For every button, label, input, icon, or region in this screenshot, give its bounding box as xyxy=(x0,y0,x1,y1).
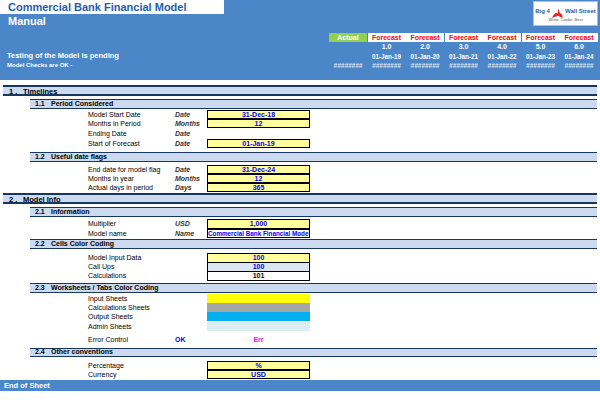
subsection-header-useful-date-flags: 1.2 Useful date flags xyxy=(30,152,597,162)
period-date-row: 01-Jan-19 01-Jan-20 01-Jan-21 01-Jan-22 … xyxy=(329,52,599,62)
calculations-sheets-color-swatch xyxy=(207,303,310,312)
period-date: 01-Jan-22 xyxy=(483,52,521,62)
table-row: Model name Name Commercial Bank Financia… xyxy=(0,229,600,239)
hash-cell: ######## xyxy=(329,61,367,71)
input-cell[interactable]: 12 xyxy=(207,119,310,129)
table-row: Start of Forecast Date 01-Jan-19 xyxy=(0,139,600,149)
input-cell[interactable]: 1,000 xyxy=(207,219,310,229)
forecast-column-header: Forecast xyxy=(445,33,483,43)
red-eagle-icon xyxy=(551,5,564,16)
subsection-header-period-considered: 1.1 Period Considered xyxy=(30,99,597,109)
model-name-cell[interactable]: Commercial Bank Financial Model xyxy=(207,229,310,239)
table-row: Currency USD xyxy=(0,370,600,380)
row-unit: Name xyxy=(175,229,194,239)
error-control-row: Error Control OK Err xyxy=(0,335,600,345)
hash-cell: ######## xyxy=(445,61,483,71)
subsection-number: 2.1 xyxy=(35,209,45,216)
hash-cell: ######## xyxy=(406,61,444,71)
period-date xyxy=(329,52,367,62)
table-row: Months in Period Months 12 xyxy=(0,119,600,129)
logo-text-left: Big 4 xyxy=(535,8,550,14)
subsection-number: 2.3 xyxy=(35,285,45,292)
brand-logo: Big 4 Wall Street Wiser, Cooler, Best xyxy=(533,1,598,26)
table-row: Multiplier USD 1,000 xyxy=(0,219,600,229)
table-row: Actual days in period Days 365 xyxy=(0,183,600,193)
table-row: Output Sheets xyxy=(0,312,600,322)
subsection-number: 1.2 xyxy=(35,154,45,161)
status-secondary: Model Checks are OK - xyxy=(7,62,72,68)
row-label: Multiplier xyxy=(88,219,116,229)
period-number: 5.0 xyxy=(522,42,560,52)
input-cell[interactable]: USD xyxy=(207,370,310,380)
logo-tagline: Wiser, Cooler, Best xyxy=(548,17,582,22)
forecast-column-header: Forecast xyxy=(406,33,444,43)
status-primary: Testing of the Model is pending xyxy=(7,51,119,60)
table-row: Calculations 101 xyxy=(0,271,600,281)
subsection-title: Useful date flags xyxy=(51,154,107,161)
period-number-row: 1.0 2.0 3.0 4.0 5.0 6.0 xyxy=(329,42,599,52)
period-date: 01-Jan-23 xyxy=(522,52,560,62)
section-title: Timelines xyxy=(23,88,57,95)
actual-column-header: Actual xyxy=(329,33,367,43)
hash-cell: ######## xyxy=(522,61,560,71)
row-label: Ending Date xyxy=(88,129,127,139)
table-row: Ending Date Date xyxy=(0,129,600,139)
row-label: Start of Forecast xyxy=(88,139,140,149)
page-title: Commercial Bank Financial Model xyxy=(8,0,187,14)
period-number: 6.0 xyxy=(560,42,598,52)
subsection-title: Other conventions xyxy=(51,349,113,356)
subsection-number: 1.1 xyxy=(35,101,45,108)
row-label: Actual days in period xyxy=(88,183,153,193)
period-number: 3.0 xyxy=(445,42,483,52)
forecast-column-header: Forecast xyxy=(483,33,521,43)
forecast-column-header: Forecast xyxy=(368,33,406,43)
row-unit: USD xyxy=(175,219,190,229)
period-number: 4.0 xyxy=(483,42,521,52)
scenario-header-row: Actual Forecast Forecast Forecast Foreca… xyxy=(329,33,599,43)
hash-cell: ######## xyxy=(483,61,521,71)
section-number: 2 . xyxy=(9,196,17,203)
hash-cell: ######## xyxy=(368,61,406,71)
forecast-column-header: Forecast xyxy=(522,33,560,43)
period-date: 01-Jan-21 xyxy=(445,52,483,62)
row-unit: Months xyxy=(175,119,200,129)
row-label: Output Sheets xyxy=(88,312,133,322)
period-number xyxy=(329,42,367,52)
row-label: Currency xyxy=(88,370,116,380)
subsection-header-tabs-color-coding: 2.3 Worksheets / Tabs Color Coding xyxy=(30,283,597,293)
subsection-title: Cells Color Coding xyxy=(51,241,114,248)
input-sheets-color-swatch xyxy=(207,294,310,303)
subsection-title: Information xyxy=(51,209,90,216)
row-unit: Date xyxy=(175,129,190,139)
hash-row: ######## ######## ######## ######## ####… xyxy=(329,61,599,71)
admin-sheets-color-swatch xyxy=(207,322,310,331)
table-row: Admin Sheets xyxy=(0,322,600,332)
subsection-header-information: 2.1 Information xyxy=(30,207,597,217)
row-unit: Days xyxy=(175,183,192,193)
period-date: 01-Jan-24 xyxy=(560,52,598,62)
period-number: 1.0 xyxy=(368,42,406,52)
section-header-model-info: 2 . Model Info xyxy=(3,193,597,204)
input-cell[interactable]: 01-Jan-19 xyxy=(207,139,310,149)
row-unit: Date xyxy=(175,139,190,149)
subsection-number: 2.2 xyxy=(35,241,45,248)
subsection-header-other-conventions: 2.4 Other conventions xyxy=(30,348,597,358)
output-sheets-color-swatch xyxy=(207,312,310,321)
page-subtitle: Manual xyxy=(8,14,46,28)
section-header-timelines: 1 . Timelines xyxy=(3,85,597,96)
subsection-title: Worksheets / Tabs Color Coding xyxy=(51,285,158,292)
section-number: 1 . xyxy=(9,88,17,95)
logo-text-right: Wall Street xyxy=(565,8,596,14)
period-date: 01-Jan-19 xyxy=(368,52,406,62)
header-banner: Commercial Bank Financial Model Manual T… xyxy=(0,0,600,80)
subsection-header-cells-color-coding: 2.2 Cells Color Coding xyxy=(30,239,597,249)
row-label: Error Control xyxy=(88,335,128,345)
row-label: Admin Sheets xyxy=(88,322,132,332)
color-coding-cell[interactable]: 101 xyxy=(207,271,310,281)
row-label: Calculations xyxy=(88,271,126,281)
row-label: Model name xyxy=(88,229,127,239)
subsection-title: Period Considered xyxy=(51,101,113,108)
row-label: Months in Period xyxy=(88,119,141,129)
input-cell[interactable]: 365 xyxy=(207,183,310,193)
hash-cell: ######## xyxy=(560,61,598,71)
